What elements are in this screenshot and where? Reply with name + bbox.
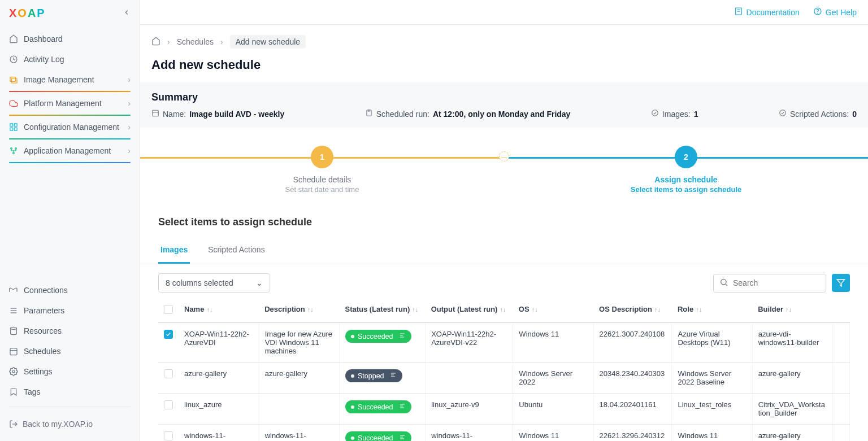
svg-point-22 (817, 13, 818, 14)
column-selector[interactable]: 8 columns selected ⌄ (158, 273, 270, 292)
cell-status: Succeeded (339, 394, 425, 425)
chevron-right-icon: › (128, 75, 131, 84)
status-badge[interactable]: Succeeded (345, 400, 411, 413)
database-icon (9, 326, 18, 335)
log-icon (399, 403, 406, 411)
sort-icon: ↑↓ (696, 306, 702, 313)
clock-icon (9, 55, 18, 64)
row-checkbox[interactable] (164, 369, 173, 378)
sidebar: XOAP Dashboard Activity Log Image Manage… (0, 0, 140, 441)
svg-rect-2 (12, 78, 17, 83)
svg-point-27 (780, 110, 786, 116)
chevron-right-icon: › (128, 99, 131, 108)
col-status[interactable]: Status (Latest run)↑↓ (339, 298, 425, 323)
cell-os_desc: 20348.2340.240303 (593, 363, 672, 394)
section-title: Select items to assign schedule (140, 194, 868, 237)
cell-output: windows-11-multisession-v5 (426, 425, 513, 442)
col-os[interactable]: OS↑↓ (513, 298, 593, 323)
col-description[interactable]: Description↑↓ (259, 298, 339, 323)
status-badge[interactable]: Succeeded (345, 431, 411, 441)
nav-label: Connections (24, 286, 68, 295)
step-2[interactable]: 2 Assign schedule Select items to assign… (504, 146, 868, 194)
svg-rect-3 (10, 124, 13, 126)
back-link[interactable]: Back to my.XOAP.io (5, 412, 135, 436)
col-role[interactable]: Role↑↓ (672, 298, 752, 323)
tab-images[interactable]: Images (158, 237, 190, 264)
gethelp-link[interactable]: Get Help (813, 7, 857, 18)
breadcrumb-home[interactable] (151, 37, 160, 47)
svg-rect-4 (14, 124, 17, 126)
cell-description: Image for new Azure VDI Windows 11 machi… (259, 323, 339, 363)
bookmark-icon (9, 387, 18, 396)
cell-description: azure-gallery (259, 363, 339, 394)
column-selector-label: 8 columns selected (166, 278, 233, 287)
step-1[interactable]: 1 Schedule details Set start date and ti… (140, 146, 504, 194)
status-badge[interactable]: Succeeded (345, 330, 411, 343)
sort-icon: ↑↓ (307, 306, 314, 313)
stepper-collapse-icon[interactable]: — (499, 151, 509, 161)
nav-activity-log[interactable]: Activity Log (5, 49, 135, 69)
cell-os: Windows 11 (513, 425, 593, 442)
nav-connections[interactable]: Connections (5, 280, 135, 300)
grid-icon (9, 123, 18, 132)
cell-name: azure-gallery (179, 363, 259, 394)
check-circle-icon (779, 109, 787, 119)
cell-builder: azure-gallery (752, 363, 832, 394)
nav-schedules[interactable]: Schedules (5, 341, 135, 361)
cell-output (426, 363, 513, 394)
clipboard-icon (365, 109, 373, 119)
select-all-checkbox[interactable] (164, 305, 173, 314)
row-checkbox[interactable] (164, 400, 173, 409)
tab-scripted-actions[interactable]: Scripted Actions (206, 237, 267, 264)
nav-settings[interactable]: Settings (5, 361, 135, 382)
svg-rect-5 (10, 128, 13, 130)
page-title: Add new schedule (140, 55, 868, 82)
table-row: XOAP-Win11-22h2-AzureVDIImage for new Az… (158, 323, 850, 363)
svg-line-29 (726, 284, 727, 286)
nav-dashboard[interactable]: Dashboard (5, 29, 135, 49)
status-badge[interactable]: Stopped (345, 369, 402, 382)
svg-rect-23 (153, 110, 159, 116)
chevron-right-icon: › (167, 37, 170, 46)
cell-name: linux_azure (179, 394, 259, 425)
col-builder[interactable]: Builder↑↓ (752, 298, 832, 323)
svg-point-13 (11, 327, 17, 329)
row-checkbox[interactable] (164, 431, 173, 440)
cell-os: Windows Server 2022 (513, 363, 593, 394)
nav-parameters[interactable]: Parameters (5, 300, 135, 321)
nav-label: Platform Management (24, 99, 102, 108)
table-row: windows-11-multisessionwindows-11-multis… (158, 425, 850, 442)
breadcrumb-schedules[interactable]: Schedules (177, 37, 214, 46)
logo: XOAP (9, 7, 45, 20)
search-input[interactable] (733, 278, 818, 287)
calendar-icon (151, 109, 159, 119)
nav-image-management[interactable]: Image Management › (5, 69, 135, 90)
col-output[interactable]: Output (Latest run)↑↓ (426, 298, 513, 323)
col-os-description[interactable]: OS Description↑↓ (593, 298, 672, 323)
cell-os_desc: 22621.3296.240312 (593, 425, 672, 442)
nav-application-management[interactable]: Application Management › (5, 141, 135, 161)
sort-icon: ↑↓ (500, 306, 506, 313)
filter-button[interactable] (832, 274, 850, 292)
svg-point-26 (652, 110, 658, 116)
col-name[interactable]: Name↑↓ (179, 298, 259, 323)
nav-platform-management[interactable]: Platform Management › (5, 93, 135, 113)
step-1-circle: 1 (311, 146, 333, 168)
cell-role: Windows Server 2022 Baseline (672, 363, 752, 394)
row-checkbox[interactable] (164, 330, 173, 339)
nav-resources[interactable]: Resources (5, 321, 135, 341)
step-1-subtitle: Set start date and time (285, 185, 359, 194)
search-box[interactable] (713, 274, 826, 292)
svg-point-16 (12, 370, 15, 373)
summary-panel: Summary Name: Image build AVD - weekly S… (140, 82, 868, 128)
breadcrumb-current: Add new schedule (230, 35, 306, 49)
nav-configuration-management[interactable]: Configuration Management › (5, 117, 135, 137)
nav-label: Dashboard (24, 34, 63, 43)
documentation-link[interactable]: Documentation (734, 7, 800, 18)
sidebar-collapse-button[interactable] (123, 8, 131, 18)
cell-role: Windows 11 Baseline (672, 425, 752, 442)
sort-icon: ↑↓ (654, 306, 661, 313)
stepper: — 1 Schedule details Set start date and … (140, 146, 868, 194)
nav-tags[interactable]: Tags (5, 382, 135, 402)
chevron-right-icon: › (220, 37, 223, 46)
